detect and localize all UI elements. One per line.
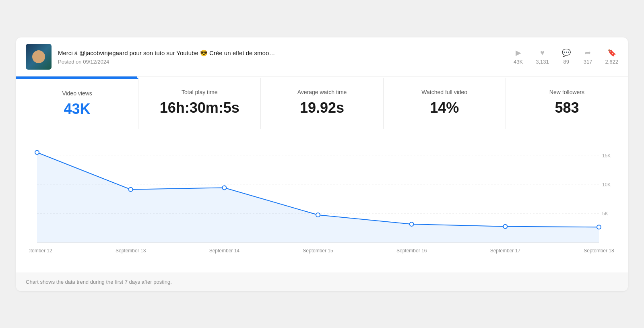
chart-container: 5K10K15KSeptember 12September 13Septembe… xyxy=(29,142,615,263)
chart-footer-text: Chart shows the data trend during the fi… xyxy=(26,279,172,285)
post-stats: ▶ 43K ♥ 3,131 💬 89 ➦ 317 🔖 2,622 xyxy=(514,48,618,65)
metric-label-2: Average watch time xyxy=(297,89,347,95)
metric-label-4: New followers xyxy=(549,89,584,95)
metric-value-2: 19.92s xyxy=(300,99,344,116)
stat-likes: ♥ 3,131 xyxy=(536,49,549,65)
metric-card-3: Watched full video14% xyxy=(384,78,506,129)
stat-shares: ➦ 317 xyxy=(584,48,592,65)
svg-point-10 xyxy=(410,222,414,226)
post-date: Posted on 09/12/2024 xyxy=(58,59,514,65)
line-chart: 5K10K15KSeptember 12September 13Septembe… xyxy=(29,142,615,263)
metric-value-4: 583 xyxy=(555,99,579,116)
metric-card-0: Video views43K xyxy=(16,78,138,129)
metrics-row: Video views43KTotal play time16h:30m:5sA… xyxy=(16,78,628,129)
svg-text:September 17: September 17 xyxy=(490,248,521,254)
comment-icon: 💬 xyxy=(562,48,571,57)
chart-section: 5K10K15KSeptember 12September 13Septembe… xyxy=(16,129,628,263)
post-thumbnail xyxy=(26,44,52,70)
post-header: Merci à @jacobvinjegaard pour son tuto s… xyxy=(16,37,628,76)
metric-card-2: Average watch time19.92s xyxy=(261,78,383,129)
metric-label-3: Watched full video xyxy=(421,89,467,95)
post-title: Merci à @jacobvinjegaard pour son tuto s… xyxy=(58,49,514,57)
svg-text:September 13: September 13 xyxy=(116,248,146,254)
svg-text:September 14: September 14 xyxy=(209,248,240,254)
svg-text:5K: 5K xyxy=(602,211,608,217)
stat-saves: 🔖 2,622 xyxy=(605,48,618,65)
metric-label-0: Video views xyxy=(62,90,92,97)
plays-value: 43K xyxy=(514,59,523,65)
comments-value: 89 xyxy=(564,59,569,65)
metric-value-1: 16h:30m:5s xyxy=(160,99,239,116)
saves-value: 2,622 xyxy=(605,59,618,65)
metric-label-1: Total play time xyxy=(182,89,217,95)
svg-text:September 15: September 15 xyxy=(303,248,333,254)
likes-value: 3,131 xyxy=(536,59,549,65)
svg-text:September 16: September 16 xyxy=(396,248,427,254)
shares-value: 317 xyxy=(584,59,592,65)
stat-plays: ▶ 43K xyxy=(514,48,523,65)
bookmark-icon: 🔖 xyxy=(607,48,616,57)
metric-card-1: Total play time16h:30m:5s xyxy=(138,78,261,129)
svg-point-6 xyxy=(35,150,39,154)
heart-icon: ♥ xyxy=(540,49,545,57)
svg-point-8 xyxy=(222,186,226,190)
metric-value-3: 14% xyxy=(430,99,459,116)
post-info: Merci à @jacobvinjegaard pour son tuto s… xyxy=(58,49,514,65)
chart-footer: Chart shows the data trend during the fi… xyxy=(16,272,628,291)
svg-text:15K: 15K xyxy=(602,153,611,159)
svg-point-9 xyxy=(316,213,320,217)
svg-point-12 xyxy=(597,225,601,229)
svg-text:September 12: September 12 xyxy=(29,248,52,254)
main-card: Merci à @jacobvinjegaard pour son tuto s… xyxy=(16,37,628,291)
svg-text:10K: 10K xyxy=(602,182,611,188)
svg-point-7 xyxy=(129,187,133,191)
svg-point-11 xyxy=(503,224,507,228)
svg-text:September 18: September 18 xyxy=(584,248,614,254)
stat-comments: 💬 89 xyxy=(562,48,571,65)
metric-value-0: 43K xyxy=(64,101,91,118)
metric-card-4: New followers583 xyxy=(506,78,628,129)
play-icon: ▶ xyxy=(516,48,521,57)
share-icon: ➦ xyxy=(585,48,591,57)
